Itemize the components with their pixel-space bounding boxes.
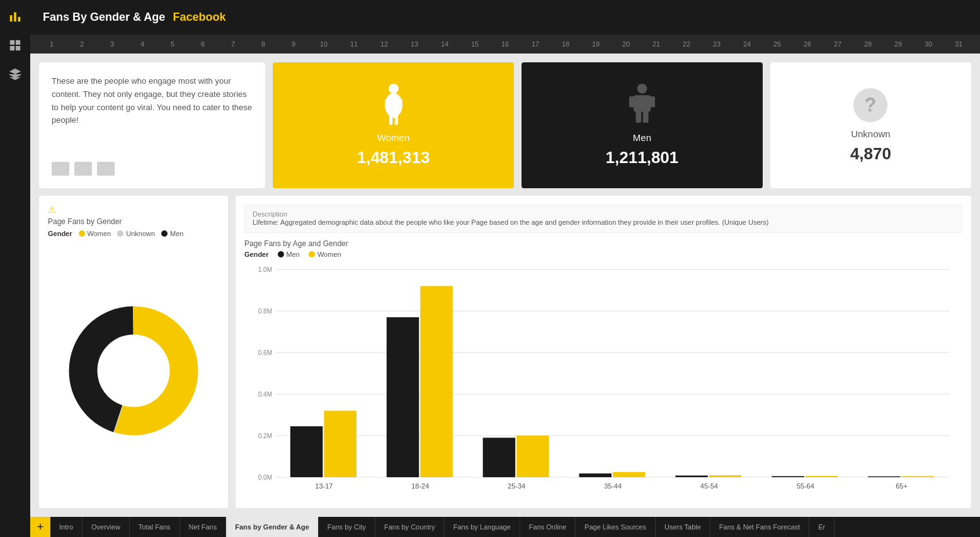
tab-total-fans[interactable]: Total Fans xyxy=(130,517,180,537)
calendar-day-17: 17 xyxy=(520,40,550,48)
tab-overview[interactable]: Overview xyxy=(83,517,130,537)
calendar-day-14: 14 xyxy=(430,40,460,48)
bar-men-55-64 xyxy=(772,477,804,478)
tab-fans--net-fans-forecast[interactable]: Fans & Net Fans Forecast xyxy=(710,517,809,537)
unknown-dot xyxy=(117,230,123,237)
bar-women-25-34 xyxy=(516,436,549,477)
svg-rect-18 xyxy=(629,96,635,108)
bar-men-45-54 xyxy=(675,476,708,478)
donut-container xyxy=(48,242,219,499)
main-content: Fans By Gender & Age Facebook 1234567891… xyxy=(30,0,980,537)
calendar-day-18: 18 xyxy=(550,40,581,48)
calendar-day-16: 16 xyxy=(490,40,520,48)
tab-users-table[interactable]: Users Table xyxy=(656,517,710,537)
svg-text:65+: 65+ xyxy=(896,482,908,490)
svg-rect-10 xyxy=(389,115,392,125)
svg-rect-17 xyxy=(643,111,649,123)
svg-point-25 xyxy=(99,336,168,405)
bar-men-dot xyxy=(278,251,284,257)
svg-rect-19 xyxy=(649,96,655,108)
calendar-day-12: 12 xyxy=(369,40,399,48)
calendar-day-15: 15 xyxy=(460,40,490,48)
svg-text:55-64: 55-64 xyxy=(797,482,814,490)
calendar-day-29: 29 xyxy=(883,40,913,48)
bar-men-13-17 xyxy=(290,427,323,478)
calendar-day-20: 20 xyxy=(611,40,641,48)
svg-rect-2 xyxy=(18,17,21,21)
calendar-day-8: 8 xyxy=(248,40,278,48)
calendar-day-26: 26 xyxy=(792,40,823,48)
calendar-day-13: 13 xyxy=(399,40,430,48)
layers-icon[interactable] xyxy=(6,65,24,83)
chart-icon[interactable] xyxy=(6,8,24,25)
calendar-day-30: 30 xyxy=(913,40,943,48)
svg-rect-13 xyxy=(397,99,402,101)
bar-chart-area: 1.0M0.8M0.6M0.4M0.2M0.0M13-1718-2425-343… xyxy=(244,263,962,499)
add-tab-button[interactable]: + xyxy=(30,517,50,537)
calendar-day-4: 4 xyxy=(127,40,157,48)
tab-fans-by-language[interactable]: Fans by Language xyxy=(445,517,520,537)
tab-fans-by-city[interactable]: Fans by City xyxy=(319,517,375,537)
calendar-day-6: 6 xyxy=(188,40,218,48)
unknown-value: 4,870 xyxy=(850,144,891,164)
svg-text:0.6M: 0.6M xyxy=(258,349,272,356)
svg-rect-16 xyxy=(635,111,641,123)
legend-women-label: Women xyxy=(88,230,111,237)
calendar-day-11: 11 xyxy=(339,40,369,48)
men-dot xyxy=(161,230,168,237)
tab-intro[interactable]: Intro xyxy=(50,517,83,537)
bar-legend-women: Women xyxy=(309,251,341,258)
warning-icon: ⚠ xyxy=(48,205,56,215)
svg-text:13-17: 13-17 xyxy=(315,482,333,490)
svg-rect-12 xyxy=(385,99,390,101)
legend-women: Women xyxy=(79,230,111,237)
calendar-day-25: 25 xyxy=(762,40,792,48)
bar-women-45-54 xyxy=(709,475,742,477)
bar-men-18-24 xyxy=(387,317,419,477)
bar-women-35-44 xyxy=(613,472,646,477)
calendar-day-28: 28 xyxy=(853,40,883,48)
sidebar xyxy=(0,0,30,537)
desc-text: Lifetime: Aggregated demographic data ab… xyxy=(253,218,954,227)
calendar-day-10: 10 xyxy=(309,40,339,48)
tab-fans-by-country[interactable]: Fans by Country xyxy=(375,517,445,537)
grid-icon[interactable] xyxy=(6,37,24,54)
man-icon xyxy=(625,83,659,127)
donut-card: ⚠ Page Fans by Gender Gender Women Unkno… xyxy=(39,196,228,508)
calendar-day-19: 19 xyxy=(581,40,611,48)
header: Fans By Gender & Age Facebook xyxy=(30,0,980,35)
page-subtitle: Facebook xyxy=(173,11,225,24)
svg-text:?: ? xyxy=(865,94,877,116)
svg-rect-15 xyxy=(634,95,651,111)
bar-chart-svg: 1.0M0.8M0.6M0.4M0.2M0.0M13-1718-2425-343… xyxy=(244,263,962,499)
page-title: Fans By Gender & Age xyxy=(43,11,165,24)
svg-rect-4 xyxy=(16,40,20,45)
svg-text:18-24: 18-24 xyxy=(411,482,429,490)
men-card: Men 1,211,801 xyxy=(521,62,763,188)
bar-chart-title: Page Fans by Age and Gender xyxy=(244,239,962,248)
calendar-day-3: 3 xyxy=(97,40,127,48)
desc-title: Description xyxy=(253,210,954,218)
tab-fans-by-gender--age[interactable]: Fans by Gender & Age xyxy=(226,517,319,537)
donut-title: Page Fans by Gender xyxy=(48,217,219,226)
women-dot xyxy=(79,230,85,237)
bar-women-13-17 xyxy=(324,411,356,478)
tab-fans-online[interactable]: Fans Online xyxy=(520,517,576,537)
description-text: These are the people who engage most wit… xyxy=(52,75,253,127)
tab-er[interactable]: Er xyxy=(809,517,835,537)
calendar-day-7: 7 xyxy=(218,40,248,48)
bar-legend-label: Gender xyxy=(244,251,269,258)
svg-point-7 xyxy=(389,84,399,94)
women-label: Women xyxy=(377,132,409,143)
svg-text:1.0M: 1.0M xyxy=(258,266,272,273)
tab-net-fans[interactable]: Net Fans xyxy=(180,517,227,537)
bar-legend-men: Men xyxy=(278,251,300,258)
legend-men-label: Men xyxy=(170,230,183,237)
tab-page-likes-sources[interactable]: Page Likes Sources xyxy=(576,517,656,537)
warning-row: ⚠ xyxy=(48,205,219,215)
calendar-day-1: 1 xyxy=(37,40,67,48)
svg-rect-3 xyxy=(10,40,14,45)
square-2 xyxy=(74,162,92,176)
women-card: Women 1,481,313 xyxy=(273,62,514,188)
description-card: These are the people who engage most wit… xyxy=(39,62,265,188)
